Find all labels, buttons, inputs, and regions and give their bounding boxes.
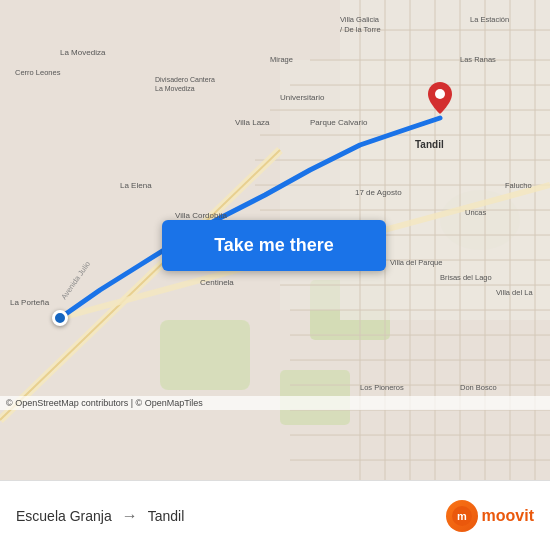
svg-text:Parque Calvario: Parque Calvario xyxy=(310,118,368,127)
svg-text:Brisas del Lago: Brisas del Lago xyxy=(440,273,492,282)
svg-text:La Movediza: La Movediza xyxy=(60,48,106,57)
svg-text:Cerro Leones: Cerro Leones xyxy=(15,68,61,77)
svg-text:Villa Cordobita: Villa Cordobita xyxy=(175,211,227,220)
take-me-there-button[interactable]: Take me there xyxy=(162,220,386,271)
svg-text:La Estación: La Estación xyxy=(470,15,509,24)
route-from: Escuela Granja xyxy=(16,508,112,524)
svg-text:Falucho: Falucho xyxy=(505,181,532,190)
svg-text:La Porteña: La Porteña xyxy=(10,298,50,307)
svg-text:Las Ranas: Las Ranas xyxy=(460,55,496,64)
destination-marker xyxy=(428,82,452,118)
svg-text:Villa del Parque: Villa del Parque xyxy=(390,258,442,267)
origin-marker xyxy=(52,310,68,326)
svg-text:Villa del La: Villa del La xyxy=(496,288,533,297)
svg-text:La Elena: La Elena xyxy=(120,181,152,190)
moovit-brand-text: moovit xyxy=(482,507,534,525)
route-arrow: → xyxy=(122,507,138,525)
map-attribution: © OpenStreetMap contributors | © OpenMap… xyxy=(0,396,550,410)
svg-text:Centinela: Centinela xyxy=(200,278,234,287)
svg-text:/ De la Torre: / De la Torre xyxy=(340,25,381,34)
svg-rect-3 xyxy=(160,320,250,390)
svg-text:m: m xyxy=(457,510,467,522)
map-container: La Movediza Villa Galicia / De la Torre … xyxy=(0,0,550,480)
svg-point-70 xyxy=(435,89,445,99)
svg-text:Tandil: Tandil xyxy=(415,139,444,150)
bottom-bar: Escuela Granja → Tandil m moovit xyxy=(0,480,550,550)
moovit-logo: m moovit xyxy=(446,500,534,532)
svg-text:Divisadero Cantera: Divisadero Cantera xyxy=(155,76,215,83)
svg-text:Villa Galicia: Villa Galicia xyxy=(340,15,380,24)
svg-text:17 de Agosto: 17 de Agosto xyxy=(355,188,402,197)
svg-text:Villa Laza: Villa Laza xyxy=(235,118,270,127)
svg-text:Don Bosco: Don Bosco xyxy=(460,383,497,392)
route-info: Escuela Granja → Tandil xyxy=(16,507,446,525)
svg-text:La Movediza: La Movediza xyxy=(155,85,195,92)
svg-text:Mirage: Mirage xyxy=(270,55,293,64)
route-to: Tandil xyxy=(148,508,185,524)
svg-text:Uncas: Uncas xyxy=(465,208,487,217)
svg-text:Universitario: Universitario xyxy=(280,93,325,102)
moovit-logo-icon: m xyxy=(446,500,478,532)
svg-text:Los Pioneros: Los Pioneros xyxy=(360,383,404,392)
